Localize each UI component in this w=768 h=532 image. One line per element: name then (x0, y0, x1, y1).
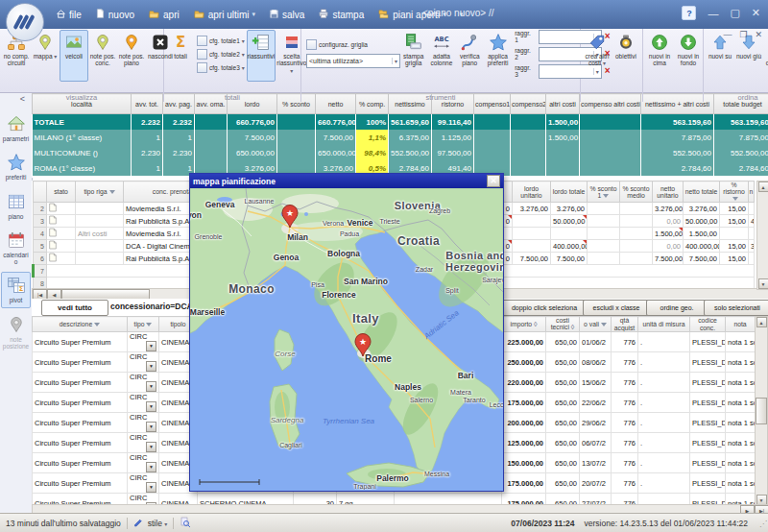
booking-cell[interactable]: 0,00 (653, 240, 684, 253)
cut-cell[interactable]: 0 (503, 203, 513, 215)
mdi-close-button[interactable]: ✕ (755, 30, 762, 39)
booking-grid-vscrollbar[interactable]: ▲ ▼ (756, 181, 768, 290)
positions-col-header[interactable]: importo ◊ (502, 317, 546, 332)
dropdown-icon[interactable]: ▼ (146, 401, 156, 412)
unita-misura-cell[interactable]: . (638, 373, 690, 393)
booking-cell[interactable] (620, 253, 653, 265)
crea-altri-costi-button[interactable]: crea altri costi ▾ (583, 30, 612, 82)
cut-cell[interactable]: 0 (503, 253, 513, 265)
summary-cell[interactable] (277, 114, 316, 131)
tipo-cell[interactable]: CIRC▼ (128, 413, 159, 433)
sidebar-item-preferiti[interactable]: preferiti (1, 149, 31, 184)
sidebar-item-piano[interactable]: piano (1, 188, 31, 224)
booking-cell[interactable] (551, 228, 588, 240)
data-validita-cell[interactable]: 15/06/2 (580, 373, 612, 393)
codice-conc-cell[interactable]: PLESSI_DC (690, 373, 726, 393)
summary-cell[interactable]: 1.500,00 (546, 114, 580, 131)
unita-misura-cell[interactable]: . (638, 433, 690, 453)
tipo-cell[interactable]: CIRC▼ (128, 352, 159, 373)
scroll-down-icon[interactable]: ▼ (758, 278, 768, 289)
filter-icon[interactable] (109, 190, 115, 194)
map-window-titlebar[interactable]: mappa pianificazione ✕ (190, 174, 503, 188)
data-validita-cell[interactable]: 13/07/2 (580, 453, 612, 473)
filter-icon[interactable] (94, 323, 100, 326)
summary-cell[interactable] (195, 114, 228, 131)
cut-cell[interactable] (503, 228, 513, 240)
mdi-minimize-button[interactable]: — (723, 30, 732, 39)
costi-tecnici-cell[interactable]: 650,00 (546, 413, 580, 433)
nota-cell[interactable]: nota 1 scher (726, 352, 756, 373)
tipo-riga-cell[interactable] (76, 253, 124, 265)
summary-cell[interactable]: 7.500,00 (316, 130, 356, 145)
descrizione-cell[interactable]: Circuito Super Premium (33, 373, 128, 393)
qta-acquist-cell[interactable]: 776 (612, 373, 638, 393)
booking-cell[interactable] (749, 253, 755, 265)
configuraz-griglia-button[interactable]: configuraz. griglia (306, 39, 396, 50)
summary-cell[interactable] (546, 160, 580, 176)
stato-cell[interactable] (47, 228, 76, 240)
booking-cell[interactable]: 50.000,00 (551, 215, 588, 228)
codice-conc-cell[interactable]: PLESSI_DC (690, 393, 726, 413)
summary-cell[interactable]: 563.159,60 (714, 114, 768, 131)
descrizione-cell[interactable]: Circuito Super Premium (33, 352, 128, 373)
nota-cell[interactable]: nota 1 scher (726, 332, 756, 352)
booking-cell[interactable] (749, 203, 755, 215)
menu-nuovo[interactable]: nuovo (89, 5, 140, 24)
costi-tecnici-cell[interactable]: 650,00 (546, 453, 580, 473)
summary-cell[interactable]: 2.230 (132, 145, 163, 160)
row-number[interactable]: 5 (34, 240, 47, 253)
qta-acquist-cell[interactable]: 776 (612, 413, 638, 433)
unita-misura-cell[interactable]: . (638, 413, 690, 433)
summary-cell[interactable]: 1.500,00 (546, 130, 580, 145)
stampa-griglia-button[interactable]: stampa griglia (399, 30, 427, 82)
booking-cell[interactable]: 1.500,00 (653, 228, 684, 240)
data-validita-cell[interactable]: 29/06/2 (580, 413, 612, 433)
nota-cell[interactable]: nota 1 scher (726, 393, 756, 413)
stato-cell[interactable] (47, 203, 76, 215)
booking-col-header[interactable] (503, 181, 513, 203)
data-validita-cell[interactable]: 01/06/2 (580, 332, 612, 352)
summary-cell[interactable]: 1.125,00 (432, 130, 474, 145)
booking-cell[interactable]: 1.500,00 (684, 228, 720, 240)
summary-cell[interactable]: 98,4% (356, 145, 389, 160)
codice-conc-cell[interactable]: PLESSI_DC (690, 433, 726, 453)
solo-selezionati-button[interactable]: solo selezionati (704, 300, 768, 316)
scroll-thumb[interactable] (756, 398, 767, 424)
booking-cell[interactable]: 7.500,00 (513, 253, 551, 265)
booking-col-header[interactable]: lordo totale (551, 181, 588, 203)
booking-cell[interactable]: 400.000,00 (551, 240, 588, 253)
summary-cell[interactable] (580, 130, 641, 145)
codice-conc-cell[interactable]: PLESSI_DC (690, 453, 726, 473)
filter-icon[interactable] (601, 323, 607, 326)
booking-col-header[interactable]: n (749, 181, 755, 203)
note-pos-piano-button[interactable]: note pos. piano (117, 30, 146, 82)
unita-misura-cell[interactable]: . (638, 453, 690, 473)
nota-cell[interactable]: nota 1 scher (726, 453, 756, 473)
booking-col-header[interactable]: % sconto medio (620, 181, 653, 203)
importo-cell[interactable]: 220.000,00 (502, 373, 546, 393)
summary-cell[interactable] (195, 130, 228, 145)
summary-cell[interactable]: 6.375,00 (389, 130, 432, 145)
codice-conc-cell[interactable]: PLESSI_DC (690, 413, 726, 433)
stato-cell[interactable] (47, 215, 76, 228)
menu-apri-ultimi[interactable]: apri ultimi▾ (187, 6, 261, 24)
veicoli-button[interactable]: veicoli (60, 30, 88, 82)
scroll-up-icon[interactable]: ▲ (758, 181, 768, 192)
booking-cell[interactable]: 4 (749, 215, 755, 228)
applica-preferiti-button[interactable]: applica preferiti (484, 30, 512, 82)
stato-cell[interactable] (47, 240, 76, 253)
summary-cell[interactable]: 660.776,00 (316, 114, 356, 131)
nota-cell[interactable]: nota 1 scher (726, 413, 756, 433)
filter-icon[interactable] (732, 197, 738, 201)
booking-cell[interactable] (720, 228, 749, 240)
cut-cell[interactable]: 0 (503, 240, 513, 253)
map-canvas[interactable]: LausanneGenevaLyonGrenobleMilanVeronaVen… (190, 188, 503, 490)
booking-col-header[interactable]: tipo riga (76, 181, 124, 203)
booking-cell[interactable] (588, 203, 620, 215)
importo-cell[interactable]: 250.000,00 (502, 352, 546, 373)
map-window[interactable]: mappa pianificazione ✕ (189, 173, 504, 492)
summary-cell[interactable]: 1 (132, 130, 163, 145)
dropdown-icon[interactable]: ▼ (146, 442, 156, 452)
booking-cell[interactable]: 15,00 (720, 240, 749, 253)
booking-cell[interactable]: 15,00 (720, 215, 749, 228)
